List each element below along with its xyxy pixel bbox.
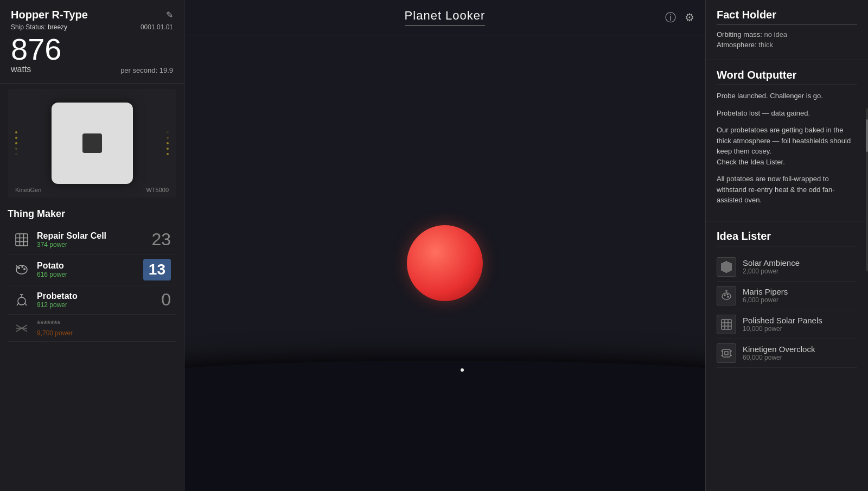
svg-line-15 [25,303,27,305]
ship-status-label: Ship Status: [11,23,46,31]
idea-item-kinetigen-overclock[interactable]: Kinetigen Overclock 60,000 power [717,339,857,368]
svg-rect-30 [722,320,731,329]
potato-name: Potato [37,261,143,271]
kinetigen-overclock-info: Kinetigen Overclock 60,000 power [743,345,857,361]
planet-looker-title: Planet Looker [405,9,486,22]
locked-power: 9,700 power [37,329,149,337]
generator-device [52,103,133,184]
probetato-count: 0 [149,290,171,310]
word-entry-3: All potatoes are now foil-wrapped to wit… [717,174,857,206]
planet-header-icons: ⓘ ⚙ [665,10,694,25]
svg-rect-36 [725,352,728,355]
probetato-power: 912 power [37,301,149,309]
planet-surface [184,361,705,491]
planet-marker-dot [461,368,464,372]
maris-pipers-icon [717,286,736,305]
planet-header: Planet Looker ⓘ ⚙ [184,0,705,35]
scrollbar-track[interactable] [866,109,868,271]
polished-solar-panels-info: Polished Solar Panels 10,000 power [743,316,857,333]
svg-point-11 [18,297,25,305]
svg-rect-0 [16,234,28,246]
generator-labels: KinetiGen WT5000 [15,187,169,193]
planet-viewport [184,35,705,491]
planet-ball [407,225,483,301]
thing-item-locked[interactable]: ******* 9,700 power [8,315,176,342]
per-second-display: per second: 19.9 [120,66,173,74]
generator-brand: KinetiGen [15,187,41,193]
generator-inner [82,133,102,153]
maris-pipers-name: Maris Pipers [743,287,857,296]
right-panel: Fact Holder Orbiting mass: no idea Atmos… [705,0,868,491]
potato-count: 13 [143,259,171,280]
idea-lister-title: Idea Lister [717,230,857,246]
svg-rect-23 [730,264,731,270]
left-panel: Hopper R-Type ✎ Ship Status: breezy 0001… [0,0,184,491]
idea-lister-section: Idea Lister Solar Ambience 2,000 power [706,221,868,377]
dot-line-right [167,131,169,155]
svg-rect-35 [723,349,730,357]
potato-power: 616 power [37,271,143,278]
locked-icon [13,320,30,337]
planet-gear-icon[interactable]: ⚙ [685,11,694,24]
svg-rect-22 [728,263,729,271]
generator-model: WT5000 [146,187,169,193]
dot-line-left [15,131,17,155]
word-entry-0: Probe launched. Challenger is go. [717,91,857,101]
idea-item-solar-ambience[interactable]: Solar Ambience 2,000 power [717,253,857,282]
solar-ambience-name: Solar Ambience [743,258,857,267]
svg-point-9 [22,266,23,267]
idea-item-polished-solar-panels[interactable]: Polished Solar Panels 10,000 power [717,310,857,339]
ship-name: Hopper R-Type [11,9,88,21]
word-outputter-section: Word Outputter Probe launched. Challenge… [706,60,868,221]
maris-pipers-info: Maris Pipers 6,000 power [743,287,857,304]
repair-solar-cell-info: Repair Solar Cell 374 power [37,231,149,248]
probetato-name: Probetato [37,291,149,301]
svg-point-24 [722,293,731,299]
svg-point-29 [727,296,729,297]
repair-solar-cell-name: Repair Solar Cell [37,231,149,241]
edit-icon[interactable]: ✎ [166,10,173,20]
fact-holder-title: Fact Holder [717,9,857,25]
maris-pipers-power: 6,000 power [743,296,857,304]
solar-ambience-icon [717,257,736,277]
svg-rect-19 [722,264,723,270]
ship-header: Hopper R-Type ✎ Ship Status: breezy 0001… [0,0,184,84]
fact-atmosphere: Atmosphere: thick [717,41,857,49]
polished-solar-panels-name: Polished Solar Panels [743,316,857,325]
svg-rect-21 [726,262,727,272]
potato-icon [13,261,30,278]
kinetigen-overclock-power: 60,000 power [743,354,857,361]
locked-name: ******* [37,320,149,329]
word-entry-2: Our probetatoes are getting baked in the… [717,125,857,167]
word-entry-1: Probetato lost — data gained. [717,108,857,119]
idea-item-maris-pipers[interactable]: Maris Pipers 6,000 power [717,282,857,310]
polished-solar-panels-power: 10,000 power [743,325,857,333]
svg-line-14 [17,303,18,305]
probetato-icon [13,291,30,309]
scrollbar-thumb [866,119,868,152]
repair-solar-cell-power: 374 power [37,241,149,248]
thing-item-probetato[interactable]: Probetato 912 power 0 [8,285,176,315]
potato-info: Potato 616 power [37,261,143,278]
planet-info-icon[interactable]: ⓘ [665,10,676,25]
locked-info: ******* 9,700 power [37,320,149,337]
thing-item-repair-solar-cell[interactable]: Repair Solar Cell 374 power 23 [8,225,176,254]
thing-maker-section: Thing Maker Repair Solar Cell 374 power … [0,203,184,491]
polished-solar-panels-icon [717,315,736,334]
thing-item-potato[interactable]: Potato 616 power 13 [8,254,176,285]
word-outputter-title: Word Outputter [717,69,857,85]
kinetigen-overclock-name: Kinetigen Overclock [743,345,857,354]
fact-holder-section: Fact Holder Orbiting mass: no idea Atmos… [706,0,868,60]
solar-ambience-power: 2,000 power [743,267,857,275]
svg-point-27 [724,295,725,296]
repair-solar-cell-count: 23 [149,229,171,250]
ship-date: 0001.01.01 [141,23,173,31]
kinetigen-overclock-icon [717,343,736,363]
fact-orbiting-mass: Orbiting mass: no idea [717,30,857,39]
watts-value: 876 [11,34,61,65]
solar-ambience-info: Solar Ambience 2,000 power [743,258,857,275]
svg-rect-20 [724,263,725,271]
svg-point-28 [727,294,728,295]
svg-point-8 [18,267,20,269]
probetato-info: Probetato 912 power [37,291,149,309]
